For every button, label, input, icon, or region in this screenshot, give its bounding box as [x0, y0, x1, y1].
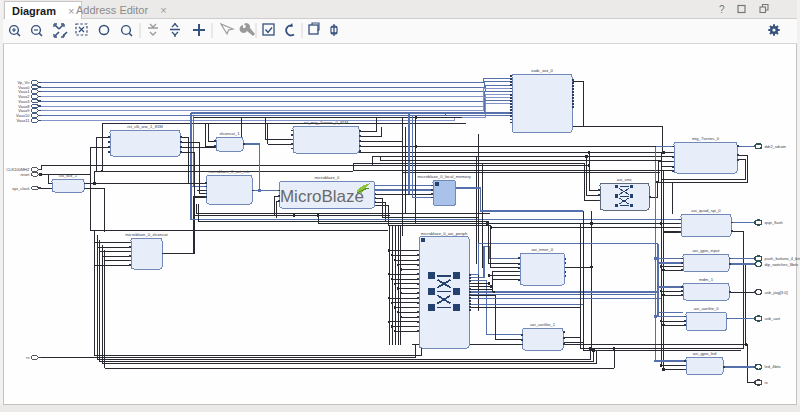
svg-text:microblaze_0_local_memory: microblaze_0_local_memory — [418, 174, 472, 179]
svg-text:clk_wiz_1: clk_wiz_1 — [59, 173, 78, 178]
svg-text:ddr2_sdram: ddr2_sdram — [765, 144, 787, 149]
svg-text:rst_clk_wiz_1_81M: rst_clk_wiz_1_81M — [127, 124, 163, 129]
svg-text:xadc_wiz_0: xadc_wiz_0 — [531, 68, 554, 73]
svg-text:axi_uartlite_0: axi_uartlite_0 — [694, 306, 720, 311]
svg-text:reset: reset — [20, 172, 30, 177]
svg-text:microblaze_0_xlconcat: microblaze_0_xlconcat — [125, 232, 168, 237]
svg-text:axi_timer_0: axi_timer_0 — [531, 247, 553, 252]
svg-text:axi_smc: axi_smc — [617, 177, 632, 182]
svg-text:usb_jtag[3:0]: usb_jtag[3:0] — [765, 290, 788, 295]
svg-text:MicroBlaze: MicroBlaze — [280, 187, 364, 206]
svg-text:tx: tx — [765, 380, 768, 385]
svg-text:rst_mig_7series_0_81M: rst_mig_7series_0_81M — [304, 120, 349, 125]
svg-text:led_4bits: led_4bits — [765, 364, 781, 369]
svg-text:mdm_1: mdm_1 — [699, 277, 714, 282]
svg-text:axi_uartlite_1: axi_uartlite_1 — [530, 322, 556, 327]
svg-text:dip_switches_8bits: dip_switches_8bits — [765, 262, 799, 267]
svg-text:microblaze_0_axi_intc: microblaze_0_axi_intc — [209, 169, 250, 174]
svg-text:mig_7series_0: mig_7series_0 — [692, 136, 720, 141]
svg-text:axi_gpio_input: axi_gpio_input — [692, 248, 720, 253]
svg-text:microblaze_0_axi_periph: microblaze_0_axi_periph — [421, 231, 468, 236]
svg-text:Vaux11: Vaux11 — [16, 118, 30, 123]
svg-text:qspi_flash: qspi_flash — [765, 220, 783, 225]
svg-text:rx: rx — [26, 355, 29, 360]
svg-text:usb_uart: usb_uart — [765, 316, 781, 321]
svg-text:axi_gpio_led: axi_gpio_led — [693, 351, 717, 356]
svg-text:microblaze_0: microblaze_0 — [315, 175, 341, 180]
svg-text:push_buttons_4_bits: push_buttons_4_bits — [765, 256, 800, 261]
svg-text:axi_quad_spi_0: axi_quad_spi_0 — [691, 208, 721, 213]
svg-text:sys_clock: sys_clock — [12, 186, 29, 191]
svg-text:xlconcat_1: xlconcat_1 — [219, 131, 240, 136]
